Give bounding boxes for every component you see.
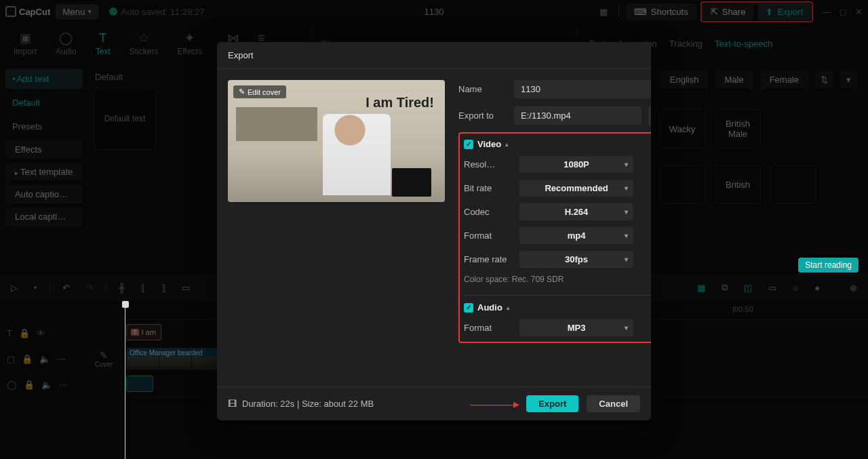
exportto-label: Export to: [458, 111, 507, 121]
collapse-icon: ▴: [507, 304, 510, 311]
collapse-icon: ▴: [505, 141, 509, 148]
chevron-down-icon: ▾: [625, 256, 628, 263]
chevron-down-icon: ▾: [625, 232, 628, 239]
resolution-select[interactable]: 1080P▾: [519, 156, 633, 173]
chevron-down-icon: ▾: [625, 161, 628, 168]
bitrate-label: Bit rate: [464, 183, 513, 193]
format-select[interactable]: mp4▾: [519, 227, 633, 244]
arrow-annotation: ————▸: [470, 397, 518, 412]
format-label: Format: [464, 231, 513, 241]
name-label: Name: [458, 84, 507, 94]
chevron-down-icon: ▾: [625, 208, 628, 216]
cancel-button[interactable]: Cancel: [587, 395, 640, 412]
codec-label: Codec: [464, 207, 513, 217]
export-settings-highlight: ✓ Video ▴ Resol… 1080P▾ Bit rate Recomme…: [458, 132, 651, 343]
audio-format-label: Format: [464, 323, 513, 333]
exportto-input[interactable]: [514, 106, 642, 125]
modal-title: Export: [217, 42, 651, 69]
codec-select[interactable]: H.264▾: [519, 203, 633, 220]
video-checkbox[interactable]: ✓: [464, 140, 473, 149]
browse-folder-button[interactable]: 🗀: [648, 105, 651, 125]
audio-checkbox[interactable]: ✓: [464, 303, 473, 313]
export-preview: ✎Edit cover I am Tired!: [228, 80, 445, 202]
duration-info: Duration: 22s | Size: about 22 MB: [242, 399, 374, 409]
edit-cover-button[interactable]: ✎Edit cover: [233, 85, 286, 98]
chevron-down-icon: ▾: [625, 184, 628, 192]
chevron-down-icon: ▾: [625, 324, 628, 332]
audio-format-select[interactable]: MP3▾: [519, 319, 633, 336]
framerate-select[interactable]: 30fps▾: [519, 251, 633, 268]
preview-caption: I am Tired!: [366, 95, 434, 111]
framerate-label: Frame rate: [464, 254, 513, 264]
video-section-toggle[interactable]: ✓ Video ▴: [464, 139, 651, 149]
colorspace-info: Color space: Rec. 709 SDR: [464, 275, 651, 284]
name-input[interactable]: [514, 80, 651, 98]
export-confirm-button[interactable]: Export: [526, 395, 578, 412]
export-modal: Export ✎Edit cover I am Tired! Name Expo…: [217, 42, 651, 420]
start-reading-button[interactable]: Start reading: [798, 258, 859, 273]
film-icon: 🎞: [228, 399, 237, 409]
pencil-icon: ✎: [239, 87, 245, 96]
bitrate-select[interactable]: Recommended▾: [519, 180, 633, 197]
resolution-label: Resol…: [464, 159, 513, 169]
audio-section-toggle[interactable]: ✓ Audio ▴: [464, 302, 651, 313]
playhead[interactable]: [125, 301, 125, 459]
